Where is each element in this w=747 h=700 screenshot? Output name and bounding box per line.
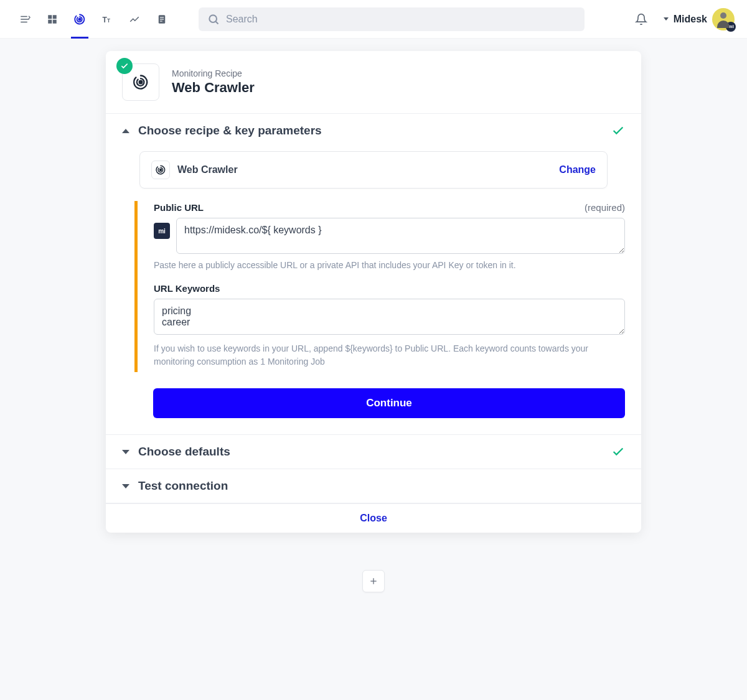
chevron-down-icon	[664, 17, 669, 21]
keywords-input[interactable]	[154, 299, 625, 335]
public-url-input[interactable]	[176, 218, 625, 254]
section-test: Test connection	[106, 469, 641, 503]
close-button[interactable]: Close	[360, 513, 387, 523]
svg-line-15	[216, 21, 218, 24]
search-input[interactable]	[226, 14, 576, 25]
text-icon[interactable]: TT	[95, 7, 120, 32]
content-area: Monitoring Recipe Web Crawler Choose rec…	[0, 39, 747, 545]
svg-point-17	[160, 169, 162, 171]
chevron-down-icon	[122, 450, 129, 454]
svg-point-16	[139, 81, 143, 84]
keywords-label: URL Keywords	[154, 283, 220, 294]
mi-chip-icon[interactable]: mi	[154, 223, 170, 239]
document-icon[interactable]	[149, 7, 174, 32]
keywords-helper: If you wish to use keywords in your URL,…	[154, 342, 625, 368]
svg-point-14	[209, 15, 217, 22]
continue-button[interactable]: Continue	[153, 388, 625, 418]
chevron-down-icon	[122, 484, 129, 488]
change-recipe-link[interactable]: Change	[559, 164, 596, 175]
svg-rect-4	[53, 15, 57, 19]
avatar: mi	[712, 8, 735, 30]
monitoring-icon[interactable]	[67, 7, 92, 32]
section-parameters: Choose recipe & key parameters Web Crawl…	[106, 114, 641, 435]
chevron-up-icon	[122, 129, 129, 133]
section-parameters-body: Web Crawler Change Public URL (required)…	[106, 151, 641, 434]
svg-text:T: T	[107, 17, 110, 23]
form-block: Public URL (required) mi Paste here a pu…	[134, 201, 625, 372]
required-label: (required)	[585, 202, 625, 213]
add-button[interactable]	[362, 570, 385, 592]
analytics-icon[interactable]	[122, 7, 147, 32]
section-defaults-head[interactable]: Choose defaults	[106, 435, 641, 469]
keywords-field: URL Keywords If you wish to use keywords…	[154, 283, 625, 368]
check-icon	[611, 445, 625, 459]
topbar-right: Midesk mi	[629, 7, 735, 32]
card-footer: Close	[106, 503, 641, 533]
svg-point-7	[78, 18, 80, 20]
public-url-helper: Paste here a publicly accessible URL or …	[154, 259, 625, 272]
selected-recipe-name: Web Crawler	[177, 164, 552, 175]
check-icon	[611, 124, 625, 138]
section-parameters-title: Choose recipe & key parameters	[138, 124, 611, 138]
svg-rect-5	[48, 19, 52, 23]
account-menu[interactable]: Midesk mi	[664, 8, 735, 30]
section-defaults-title: Choose defaults	[138, 445, 611, 459]
search-box[interactable]	[199, 7, 585, 31]
section-defaults: Choose defaults	[106, 435, 641, 469]
topbar: TT Midesk mi	[0, 0, 747, 39]
svg-rect-6	[53, 19, 57, 23]
crawler-icon	[132, 73, 149, 91]
recipe-titles: Monitoring Recipe Web Crawler	[172, 68, 255, 96]
card-title: Web Crawler	[172, 80, 255, 96]
account-name: Midesk	[674, 14, 707, 25]
plus-icon	[369, 576, 378, 586]
public-url-label: Public URL	[154, 202, 204, 213]
search-icon	[207, 13, 220, 26]
recipe-icon-box	[122, 63, 159, 101]
avatar-badge: mi	[726, 22, 736, 32]
check-badge-icon	[116, 58, 133, 74]
dashboard-icon[interactable]	[40, 7, 65, 32]
card-subtitle: Monitoring Recipe	[172, 68, 255, 78]
selected-recipe-row: Web Crawler Change	[139, 151, 608, 189]
section-parameters-head[interactable]: Choose recipe & key parameters	[106, 114, 641, 147]
menu-toggle-icon[interactable]	[12, 7, 37, 32]
search-container	[199, 7, 585, 31]
svg-rect-3	[48, 15, 52, 19]
card-header: Monitoring Recipe Web Crawler	[106, 51, 641, 114]
recipe-card: Monitoring Recipe Web Crawler Choose rec…	[106, 51, 641, 533]
recipe-small-icon	[151, 161, 170, 179]
section-test-title: Test connection	[138, 479, 625, 493]
public-url-field: Public URL (required) mi Paste here a pu…	[154, 202, 625, 272]
section-test-head[interactable]: Test connection	[106, 469, 641, 503]
notifications-icon[interactable]	[629, 7, 654, 32]
